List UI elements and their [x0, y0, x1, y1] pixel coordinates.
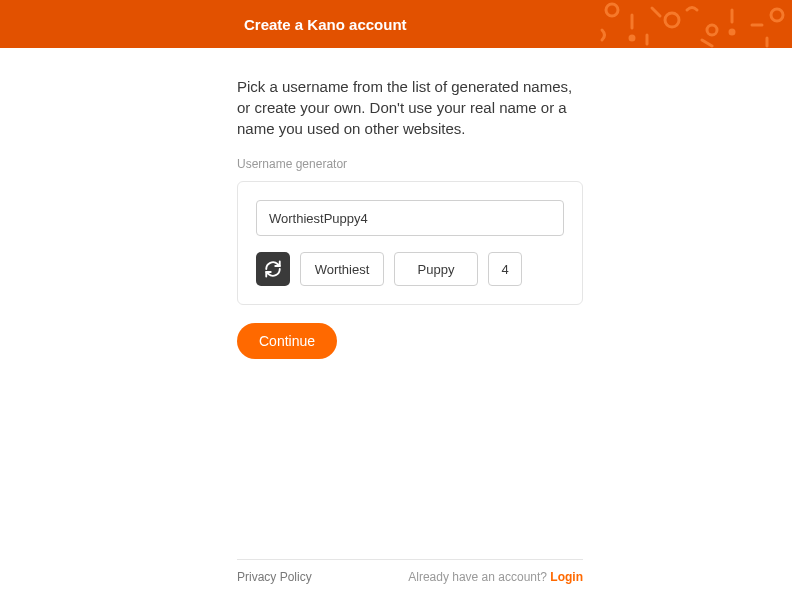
- svg-line-3: [652, 8, 660, 16]
- svg-point-0: [606, 4, 618, 16]
- regenerate-button[interactable]: [256, 252, 290, 286]
- privacy-policy-link[interactable]: Privacy Policy: [237, 570, 312, 584]
- segment-number[interactable]: 4: [488, 252, 522, 286]
- generator-label: Username generator: [237, 157, 583, 171]
- header-decoration: [592, 0, 792, 48]
- svg-point-8: [730, 30, 734, 34]
- svg-point-2: [630, 36, 634, 40]
- svg-point-6: [707, 25, 717, 35]
- footer-login-prompt: Already have an account? Login: [408, 570, 583, 584]
- svg-point-4: [665, 13, 679, 27]
- header-title: Create a Kano account: [244, 16, 407, 33]
- login-link[interactable]: Login: [550, 570, 583, 584]
- continue-button[interactable]: Continue: [237, 323, 337, 359]
- svg-line-11: [702, 40, 712, 46]
- page-footer: Privacy Policy Already have an account? …: [237, 559, 583, 594]
- refresh-icon: [264, 260, 282, 278]
- segment-word-2[interactable]: Puppy: [394, 252, 478, 286]
- username-input[interactable]: [256, 200, 564, 236]
- segments-row: Worthiest Puppy 4: [256, 252, 564, 286]
- main-content: Pick a username from the list of generat…: [237, 76, 583, 359]
- already-account-text: Already have an account?: [408, 570, 550, 584]
- generator-card: Worthiest Puppy 4: [237, 181, 583, 305]
- svg-point-10: [771, 9, 783, 21]
- instructions-text: Pick a username from the list of generat…: [237, 76, 583, 139]
- segment-word-1[interactable]: Worthiest: [300, 252, 384, 286]
- page-header: Create a Kano account: [0, 0, 792, 48]
